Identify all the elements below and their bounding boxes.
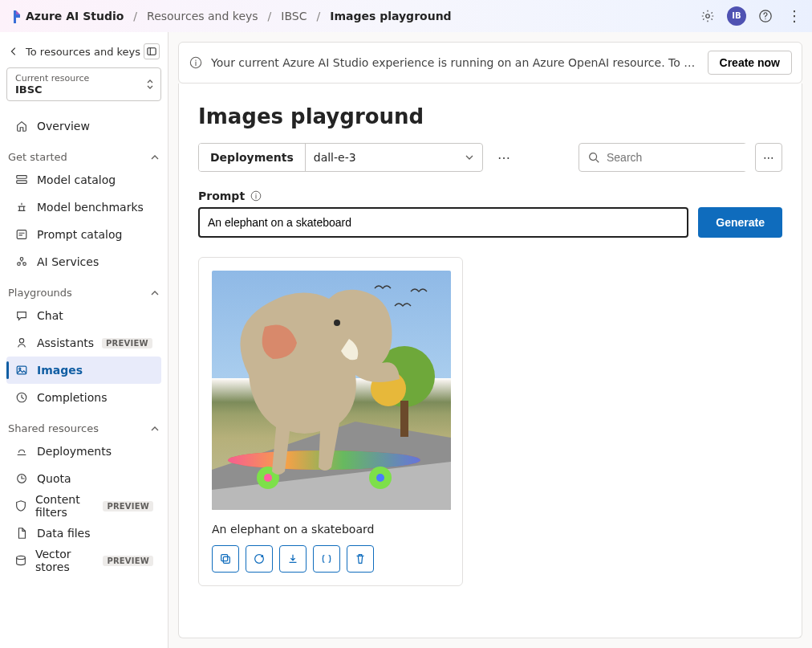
page-title: Images playground [198, 104, 782, 128]
svg-point-18 [590, 153, 597, 161]
sidebar-item-label: Images [37, 364, 83, 377]
shield-icon [14, 499, 27, 512]
deployment-picker: Deployments dall-e-3 [198, 143, 483, 172]
chevron-up-icon [150, 153, 160, 162]
sidebar-item-deployments[interactable]: Deployments [6, 438, 161, 465]
search-input[interactable] [607, 144, 747, 171]
completions-icon [14, 391, 29, 404]
search-box[interactable] [579, 143, 747, 172]
svg-point-32 [334, 320, 340, 326]
download-button[interactable] [279, 545, 307, 573]
info-icon[interactable] [250, 190, 262, 202]
sidebar-item-assistants[interactable]: Assistants PREVIEW [6, 329, 161, 357]
catalog-icon [14, 173, 29, 186]
preview-badge: PREVIEW [102, 338, 152, 348]
quota-icon [14, 472, 29, 485]
svg-point-20 [255, 194, 256, 194]
deployments-label: Deployments [199, 144, 306, 171]
copy-button[interactable] [212, 545, 239, 573]
svg-rect-5 [17, 181, 26, 184]
sidebar-group-get-started[interactable]: Get started [6, 145, 161, 166]
svg-rect-25 [400, 401, 408, 437]
breadcrumb-resources[interactable]: Resources and keys [147, 10, 258, 22]
deploy-icon [14, 445, 29, 458]
info-banner: Your current Azure AI Studio experience … [178, 42, 802, 84]
sidebar-item-label: Overview [37, 120, 90, 132]
sidebar-item-label: Vector stores [35, 548, 95, 573]
svg-rect-6 [17, 230, 26, 239]
sidebar-item-label: Deployments [37, 445, 112, 458]
benchmark-icon [14, 201, 29, 214]
resource-selector[interactable]: Current resource IBSC [6, 67, 161, 101]
sidebar-item-images[interactable]: Images [6, 357, 161, 384]
sidebar-item-label: Prompt catalog [37, 228, 122, 241]
collapse-panel-icon[interactable] [144, 43, 160, 59]
sidebar-item-overview[interactable]: Overview [6, 112, 161, 140]
result-caption: An elephant on a skateboard [212, 523, 449, 536]
sidebar-item-model-catalog[interactable]: Model catalog [6, 166, 161, 194]
sidebar-item-data-files[interactable]: Data files [6, 520, 161, 547]
generated-image[interactable] [212, 271, 451, 510]
sidebar-item-label: Data files [37, 527, 91, 540]
resource-label: Current resource [15, 73, 152, 84]
chat-icon [14, 309, 29, 322]
svg-point-12 [19, 368, 21, 369]
avatar[interactable]: IB [727, 6, 746, 26]
sidebar-item-vector-stores[interactable]: Vector stores PREVIEW [6, 547, 161, 574]
svg-rect-3 [148, 48, 156, 55]
delete-button[interactable] [347, 545, 374, 573]
sidebar-item-content-filters[interactable]: Content filters PREVIEW [6, 492, 161, 520]
sidebar-item-label: Completions [37, 391, 107, 404]
sidebar-item-prompt-catalog[interactable]: Prompt catalog [6, 221, 161, 248]
sidebar: To resources and keys Current resource I… [0, 32, 168, 648]
app-logo [11, 10, 21, 22]
help-icon[interactable] [756, 6, 775, 26]
deployment-selected: dall-e-3 [314, 151, 356, 164]
sidebar-item-model-benchmarks[interactable]: Model benchmarks [6, 194, 161, 221]
svg-point-0 [706, 14, 710, 18]
regenerate-button[interactable] [246, 545, 273, 573]
assistant-icon [14, 336, 29, 349]
breadcrumb-ibsc[interactable]: IBSC [281, 10, 307, 22]
breadcrumb: Azure AI Studio / Resources and keys / I… [26, 10, 452, 22]
sidebar-item-label: Model benchmarks [37, 201, 144, 214]
deployment-select[interactable]: dall-e-3 [306, 144, 482, 171]
create-now-button[interactable]: Create now [708, 51, 792, 75]
preview-badge: PREVIEW [103, 501, 153, 511]
view-json-button[interactable] [313, 545, 340, 573]
kebab-icon[interactable]: ⋮ [785, 6, 804, 26]
content: Images playground Deployments dall-e-3 ⋯ [178, 84, 802, 638]
prompt-icon [14, 228, 29, 241]
deployment-more-icon[interactable]: ⋯ [491, 143, 518, 172]
sidebar-item-ai-services[interactable]: AI Services [6, 248, 161, 275]
settings-icon[interactable] [698, 6, 717, 26]
file-icon [14, 527, 29, 540]
generate-button[interactable]: Generate [698, 207, 782, 238]
sidebar-item-completions[interactable]: Completions [6, 384, 161, 411]
ai-services-icon [14, 255, 29, 268]
search-icon [587, 151, 600, 164]
svg-rect-33 [223, 556, 229, 563]
breadcrumb-current: Images playground [330, 10, 451, 22]
sidebar-item-label: Assistants [37, 336, 94, 349]
sidebar-group-shared[interactable]: Shared resources [6, 416, 161, 438]
back-to-resources[interactable]: To resources and keys [8, 46, 140, 58]
chevron-up-icon [150, 288, 160, 298]
sidebar-group-playgrounds[interactable]: Playgrounds [6, 280, 161, 302]
chevron-updown-icon [146, 78, 154, 91]
back-label: To resources and keys [26, 46, 140, 58]
sidebar-item-quota[interactable]: Quota [6, 465, 161, 492]
vector-icon [14, 554, 27, 567]
breadcrumb-app[interactable]: Azure AI Studio [26, 10, 124, 22]
toolbar-more-icon[interactable]: ⋯ [755, 143, 782, 172]
svg-rect-34 [221, 555, 228, 561]
elephant-illustration [217, 279, 401, 479]
sidebar-item-chat[interactable]: Chat [6, 302, 161, 329]
sidebar-item-label: Quota [37, 472, 71, 485]
banner-message: Your current Azure AI Studio experience … [211, 56, 700, 69]
svg-point-17 [195, 59, 196, 60]
prompt-input[interactable] [198, 207, 688, 238]
sidebar-item-label: Content filters [35, 493, 95, 519]
svg-rect-11 [17, 366, 26, 374]
result-card: An elephant on a skateboard [198, 257, 463, 586]
